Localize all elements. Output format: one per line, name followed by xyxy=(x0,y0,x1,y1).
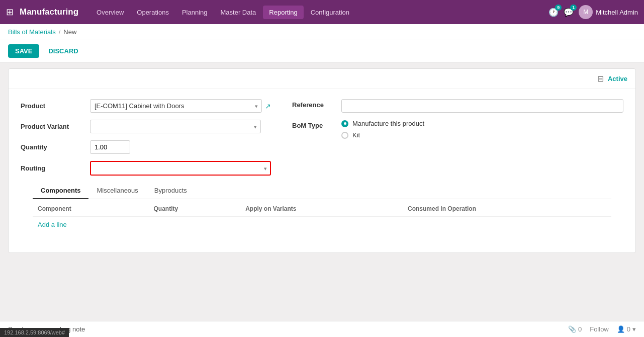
nav-master-data[interactable]: Master Data xyxy=(215,6,262,19)
routing-row: Routing xyxy=(21,161,272,176)
form-body: Product [E-COM11] Cabinet with Doors ↗ P… xyxy=(9,89,635,252)
bom-type-kit-row: Kit xyxy=(341,131,623,139)
grid-icon[interactable]: ⊞ xyxy=(6,7,14,18)
quantity-row: Quantity xyxy=(21,140,272,154)
avatar: M xyxy=(579,5,593,19)
breadcrumb-parent[interactable]: Bills of Materials xyxy=(8,28,56,36)
form-container: ⊟ Active Product [E-COM11] Cabinet with … xyxy=(8,68,636,253)
quantity-input[interactable] xyxy=(90,140,130,154)
form-two-col: Product [E-COM11] Cabinet with Doors ↗ P… xyxy=(21,99,623,183)
bom-type-kit-radio[interactable] xyxy=(341,132,348,139)
reference-input[interactable] xyxy=(341,99,623,113)
tabs-bar: Components Miscellaneous Byproducts xyxy=(33,183,611,199)
product-label: Product xyxy=(21,102,86,110)
nav-planning[interactable]: Planning xyxy=(176,6,214,19)
col-apply-on-variants: Apply on Variants xyxy=(240,201,403,217)
nav-overview[interactable]: Overview xyxy=(90,6,130,19)
nav-menu: Overview Operations Planning Master Data… xyxy=(90,6,546,19)
product-variant-select[interactable] xyxy=(90,120,261,133)
product-variant-row: Product Variant xyxy=(21,120,272,133)
bom-type-options: Manufacture this product Kit xyxy=(341,120,623,139)
bom-type-manufacture-row: Manufacture this product xyxy=(341,120,623,127)
add-line-cell: Add a line xyxy=(33,217,611,233)
product-variant-wrapper xyxy=(90,120,261,133)
components-table: Component Quantity Apply on Variants Con… xyxy=(33,201,611,232)
tab-components[interactable]: Components xyxy=(33,183,88,199)
toggle-icon: ⊟ xyxy=(597,74,604,83)
col-component: Component xyxy=(33,201,149,217)
bom-type-manufacture-radio[interactable] xyxy=(341,120,348,127)
product-input-group: [E-COM11] Cabinet with Doors ↗ xyxy=(90,99,271,113)
product-select-wrapper: [E-COM11] Cabinet with Doors xyxy=(90,99,262,113)
breadcrumb-current: New xyxy=(63,28,76,36)
brand-name: Manufacturing xyxy=(20,7,78,17)
topnav: ⊞ Manufacturing Overview Operations Plan… xyxy=(0,0,644,24)
product-row: Product [E-COM11] Cabinet with Doors ↗ xyxy=(21,99,272,113)
add-line-row: Add a line xyxy=(33,217,611,233)
reference-value xyxy=(341,99,623,113)
add-line-button[interactable]: Add a line xyxy=(38,221,67,228)
user-menu[interactable]: M Mitchell Admin xyxy=(579,5,638,19)
col-consumed-in-operation: Consumed in Operation xyxy=(403,201,611,217)
nav-reporting[interactable]: Reporting xyxy=(263,6,303,19)
product-variant-label: Product Variant xyxy=(21,123,86,130)
quantity-label: Quantity xyxy=(21,143,86,151)
user-name: Mitchell Admin xyxy=(596,9,638,16)
tab-miscellaneous[interactable]: Miscellaneous xyxy=(88,183,146,199)
product-external-link[interactable]: ↗ xyxy=(265,102,271,110)
nav-operations[interactable]: Operations xyxy=(131,6,175,19)
reference-label: Reference xyxy=(292,99,337,109)
form-col-left: Product [E-COM11] Cabinet with Doors ↗ P… xyxy=(21,99,272,183)
save-button[interactable]: SAVE xyxy=(8,44,39,58)
bom-type-kit-label[interactable]: Kit xyxy=(352,131,360,139)
breadcrumb-separator: / xyxy=(59,28,61,36)
messages-badge: 1 xyxy=(570,5,577,11)
form-toolbar: SAVE DISCARD xyxy=(0,40,644,62)
routing-label: Routing xyxy=(21,164,86,172)
breadcrumb: Bills of Materials / New xyxy=(0,24,644,40)
routing-select[interactable] xyxy=(90,161,271,176)
bom-type-label: BoM Type xyxy=(292,120,337,129)
form-col-right: Reference BoM Type Manufacture this prod… xyxy=(292,99,623,183)
bom-type-manufacture-label[interactable]: Manufacture this product xyxy=(352,120,424,127)
discard-button[interactable]: DISCARD xyxy=(43,44,83,58)
product-select[interactable]: [E-COM11] Cabinet with Doors xyxy=(90,99,262,113)
tab-byproducts[interactable]: Byproducts xyxy=(146,183,195,199)
clock-icon-btn[interactable]: 🕐 9 xyxy=(548,8,559,17)
bom-type-row: BoM Type Manufacture this product Kit xyxy=(292,120,623,139)
tab-content-components: Component Quantity Apply on Variants Con… xyxy=(21,201,623,242)
col-quantity: Quantity xyxy=(149,201,241,217)
messages-icon-btn[interactable]: 💬 1 xyxy=(564,8,574,17)
notifications-badge: 9 xyxy=(555,5,562,11)
topnav-right: 🕐 9 💬 1 M Mitchell Admin xyxy=(548,5,638,19)
form-header-bar: ⊟ Active xyxy=(9,69,635,89)
active-toggle[interactable]: Active xyxy=(608,75,627,82)
routing-select-wrapper xyxy=(90,161,271,176)
reference-row: Reference xyxy=(292,99,623,113)
nav-configuration[interactable]: Configuration xyxy=(305,6,355,19)
